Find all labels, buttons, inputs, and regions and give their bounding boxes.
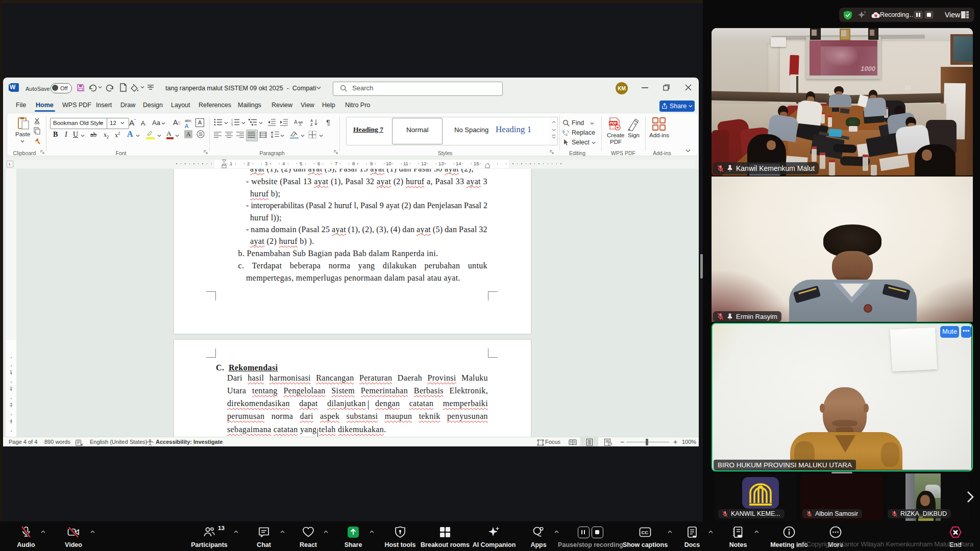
svg-text:3: 3: [231, 123, 233, 126]
svg-text:A: A: [310, 119, 313, 122]
svg-text:CC: CC: [642, 530, 649, 535]
svg-text:c: c: [566, 132, 568, 136]
svg-text:文: 文: [299, 122, 302, 126]
svg-text:A: A: [294, 119, 298, 125]
svg-text:PDF: PDF: [610, 121, 618, 125]
svg-text:Z: Z: [310, 123, 313, 126]
